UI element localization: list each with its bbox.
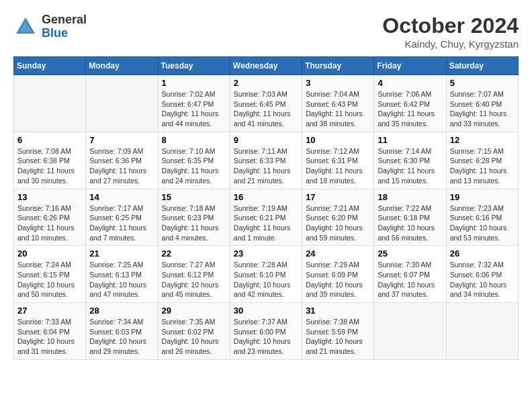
day-number: 9 <box>234 135 298 145</box>
calendar-cell: 6Sunrise: 7:08 AM Sunset: 6:38 PM Daylig… <box>14 132 86 189</box>
calendar-cell: 9Sunrise: 7:11 AM Sunset: 6:33 PM Daylig… <box>230 132 302 189</box>
day-info: Sunrise: 7:25 AM Sunset: 6:13 PM Dayligh… <box>89 260 154 300</box>
day-info: Sunrise: 7:37 AM Sunset: 6:00 PM Dayligh… <box>234 317 298 357</box>
calendar-cell: 27Sunrise: 7:33 AM Sunset: 6:04 PM Dayli… <box>14 303 86 360</box>
day-number: 3 <box>306 78 370 88</box>
day-info: Sunrise: 7:17 AM Sunset: 6:25 PM Dayligh… <box>89 203 154 243</box>
calendar-cell: 23Sunrise: 7:28 AM Sunset: 6:10 PM Dayli… <box>230 246 302 303</box>
day-number: 21 <box>89 248 154 259</box>
day-number: 6 <box>17 135 82 145</box>
calendar-cell: 21Sunrise: 7:25 AM Sunset: 6:13 PM Dayli… <box>86 246 158 303</box>
day-info: Sunrise: 7:21 AM Sunset: 6:20 PM Dayligh… <box>306 203 370 243</box>
logo-blue: Blue <box>42 26 68 40</box>
calendar-week-4: 20Sunrise: 7:24 AM Sunset: 6:15 PM Dayli… <box>14 246 519 303</box>
day-number: 28 <box>89 306 154 316</box>
day-info: Sunrise: 7:18 AM Sunset: 6:23 PM Dayligh… <box>162 203 226 243</box>
day-number: 13 <box>17 192 82 202</box>
day-info: Sunrise: 7:29 AM Sunset: 6:09 PM Dayligh… <box>306 260 370 300</box>
calendar-cell: 7Sunrise: 7:09 AM Sunset: 6:36 PM Daylig… <box>86 132 158 189</box>
day-number: 25 <box>378 248 442 259</box>
day-info: Sunrise: 7:14 AM Sunset: 6:30 PM Dayligh… <box>378 146 442 186</box>
calendar-cell: 19Sunrise: 7:23 AM Sunset: 6:16 PM Dayli… <box>446 189 518 246</box>
calendar-week-2: 6Sunrise: 7:08 AM Sunset: 6:38 PM Daylig… <box>14 132 519 189</box>
calendar-cell: 26Sunrise: 7:32 AM Sunset: 6:06 PM Dayli… <box>446 246 518 303</box>
day-info: Sunrise: 7:33 AM Sunset: 6:04 PM Dayligh… <box>17 317 82 357</box>
location: Kaindy, Chuy, Kyrgyzstan <box>382 38 519 50</box>
day-info: Sunrise: 7:02 AM Sunset: 6:47 PM Dayligh… <box>162 89 226 129</box>
logo-text: General Blue <box>42 13 87 40</box>
calendar-cell: 18Sunrise: 7:22 AM Sunset: 6:18 PM Dayli… <box>374 189 446 246</box>
calendar-cell <box>446 303 518 360</box>
day-info: Sunrise: 7:34 AM Sunset: 6:03 PM Dayligh… <box>89 317 154 357</box>
calendar-week-5: 27Sunrise: 7:33 AM Sunset: 6:04 PM Dayli… <box>14 303 519 360</box>
day-info: Sunrise: 7:03 AM Sunset: 6:45 PM Dayligh… <box>234 89 298 129</box>
day-number: 24 <box>306 248 370 259</box>
day-info: Sunrise: 7:35 AM Sunset: 6:02 PM Dayligh… <box>162 317 226 357</box>
logo-icon <box>13 15 38 39</box>
day-number: 17 <box>306 192 370 202</box>
day-info: Sunrise: 7:10 AM Sunset: 6:35 PM Dayligh… <box>162 146 226 186</box>
day-number: 30 <box>234 306 298 316</box>
calendar-cell: 24Sunrise: 7:29 AM Sunset: 6:09 PM Dayli… <box>302 246 374 303</box>
day-number: 11 <box>378 135 442 145</box>
day-info: Sunrise: 7:08 AM Sunset: 6:38 PM Dayligh… <box>17 146 82 186</box>
calendar-cell: 11Sunrise: 7:14 AM Sunset: 6:30 PM Dayli… <box>374 132 446 189</box>
day-info: Sunrise: 7:04 AM Sunset: 6:43 PM Dayligh… <box>306 89 370 129</box>
day-number: 5 <box>450 78 515 88</box>
header-thursday: Thursday <box>302 57 374 75</box>
day-number: 26 <box>450 248 515 259</box>
logo-general: General <box>42 13 87 26</box>
calendar-cell: 17Sunrise: 7:21 AM Sunset: 6:20 PM Dayli… <box>302 189 374 246</box>
day-number: 12 <box>450 135 515 145</box>
calendar-cell: 2Sunrise: 7:03 AM Sunset: 6:45 PM Daylig… <box>230 75 302 132</box>
calendar-cell <box>86 75 158 132</box>
calendar-cell: 14Sunrise: 7:17 AM Sunset: 6:25 PM Dayli… <box>86 189 158 246</box>
day-number: 2 <box>234 78 298 88</box>
day-number: 15 <box>162 192 226 202</box>
day-number: 31 <box>306 306 370 316</box>
calendar-table: SundayMondayTuesdayWednesdayThursdayFrid… <box>13 56 519 360</box>
day-number: 20 <box>17 248 82 259</box>
day-info: Sunrise: 7:19 AM Sunset: 6:21 PM Dayligh… <box>234 203 298 243</box>
header-tuesday: Tuesday <box>158 57 230 75</box>
calendar-week-3: 13Sunrise: 7:16 AM Sunset: 6:26 PM Dayli… <box>14 189 519 246</box>
day-info: Sunrise: 7:27 AM Sunset: 6:12 PM Dayligh… <box>162 260 226 300</box>
logo: General Blue <box>13 13 87 40</box>
header-friday: Friday <box>374 57 446 75</box>
calendar-cell: 29Sunrise: 7:35 AM Sunset: 6:02 PM Dayli… <box>158 303 230 360</box>
calendar-cell: 15Sunrise: 7:18 AM Sunset: 6:23 PM Dayli… <box>158 189 230 246</box>
day-info: Sunrise: 7:38 AM Sunset: 5:59 PM Dayligh… <box>306 317 370 357</box>
day-info: Sunrise: 7:28 AM Sunset: 6:10 PM Dayligh… <box>234 260 298 300</box>
calendar-header-row: SundayMondayTuesdayWednesdayThursdayFrid… <box>14 57 519 75</box>
calendar-cell: 16Sunrise: 7:19 AM Sunset: 6:21 PM Dayli… <box>230 189 302 246</box>
day-info: Sunrise: 7:09 AM Sunset: 6:36 PM Dayligh… <box>89 146 154 186</box>
calendar-cell: 31Sunrise: 7:38 AM Sunset: 5:59 PM Dayli… <box>302 303 374 360</box>
day-info: Sunrise: 7:24 AM Sunset: 6:15 PM Dayligh… <box>17 260 82 300</box>
day-info: Sunrise: 7:16 AM Sunset: 6:26 PM Dayligh… <box>17 203 82 243</box>
calendar-cell: 3Sunrise: 7:04 AM Sunset: 6:43 PM Daylig… <box>302 75 374 132</box>
day-number: 22 <box>162 248 226 259</box>
day-number: 10 <box>306 135 370 145</box>
day-info: Sunrise: 7:11 AM Sunset: 6:33 PM Dayligh… <box>234 146 298 186</box>
calendar-cell: 1Sunrise: 7:02 AM Sunset: 6:47 PM Daylig… <box>158 75 230 132</box>
day-number: 19 <box>450 192 515 202</box>
day-number: 14 <box>89 192 154 202</box>
calendar-cell: 10Sunrise: 7:12 AM Sunset: 6:31 PM Dayli… <box>302 132 374 189</box>
calendar-cell: 30Sunrise: 7:37 AM Sunset: 6:00 PM Dayli… <box>230 303 302 360</box>
calendar-cell <box>374 303 446 360</box>
calendar-cell: 4Sunrise: 7:06 AM Sunset: 6:42 PM Daylig… <box>374 75 446 132</box>
day-number: 23 <box>234 248 298 259</box>
calendar-cell: 8Sunrise: 7:10 AM Sunset: 6:35 PM Daylig… <box>158 132 230 189</box>
day-info: Sunrise: 7:07 AM Sunset: 6:40 PM Dayligh… <box>450 89 515 129</box>
calendar-cell: 12Sunrise: 7:15 AM Sunset: 6:28 PM Dayli… <box>446 132 518 189</box>
header-wednesday: Wednesday <box>230 57 302 75</box>
day-info: Sunrise: 7:15 AM Sunset: 6:28 PM Dayligh… <box>450 146 515 186</box>
day-info: Sunrise: 7:22 AM Sunset: 6:18 PM Dayligh… <box>378 203 442 243</box>
title-block: October 2024 Kaindy, Chuy, Kyrgyzstan <box>382 13 519 50</box>
calendar-cell: 20Sunrise: 7:24 AM Sunset: 6:15 PM Dayli… <box>14 246 86 303</box>
day-info: Sunrise: 7:06 AM Sunset: 6:42 PM Dayligh… <box>378 89 442 129</box>
calendar-cell: 22Sunrise: 7:27 AM Sunset: 6:12 PM Dayli… <box>158 246 230 303</box>
calendar-cell: 28Sunrise: 7:34 AM Sunset: 6:03 PM Dayli… <box>86 303 158 360</box>
day-number: 1 <box>162 78 226 88</box>
day-number: 18 <box>378 192 442 202</box>
